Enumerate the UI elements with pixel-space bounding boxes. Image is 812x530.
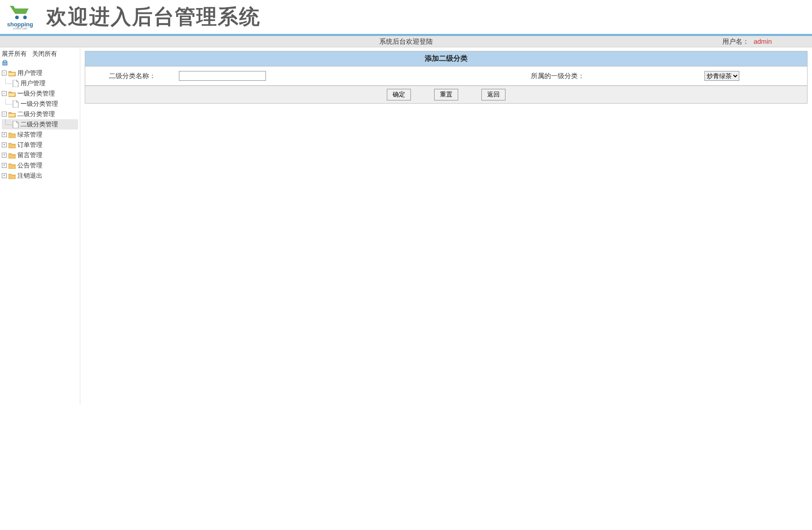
form-row: 二级分类名称： 所属的一级分类： 炒青绿茶 bbox=[85, 71, 807, 81]
expander-minus-icon[interactable]: − bbox=[2, 71, 7, 75]
sidebar-item-notice-mgmt[interactable]: + 公告管理 bbox=[2, 160, 78, 171]
parent-category-select[interactable]: 炒青绿茶 bbox=[704, 71, 739, 81]
sidebar-item-level2-mgmt[interactable]: − 二级分类管理 bbox=[2, 109, 78, 119]
logo: shopping online cart bbox=[3, 1, 37, 33]
expander-plus-icon[interactable]: + bbox=[2, 163, 7, 168]
info-bar: 系统后台欢迎登陆 用户名： admin bbox=[0, 36, 812, 47]
site-title: 欢迎进入后台管理系统 bbox=[46, 3, 261, 31]
expander-minus-icon[interactable]: − bbox=[2, 112, 7, 117]
sidebar-item-label: 订单管理 bbox=[17, 141, 42, 149]
login-info: 用户名： admin bbox=[722, 38, 772, 46]
folder-closed-icon bbox=[8, 132, 16, 138]
collapse-all[interactable]: 关闭所有 bbox=[32, 50, 57, 58]
sidebar-item-label: 公告管理 bbox=[17, 162, 42, 170]
label-category-name: 二级分类名称： bbox=[85, 72, 179, 80]
sidebar-item-label: 注销退出 bbox=[17, 172, 42, 180]
expander-plus-icon[interactable]: + bbox=[2, 153, 7, 158]
sidebar-item-greentea-mgmt[interactable]: + 绿茶管理 bbox=[2, 129, 78, 140]
folder-closed-icon bbox=[8, 152, 16, 159]
welcome-text: 系统后台欢迎登陆 bbox=[379, 38, 433, 46]
sidebar-child-level1-mgmt[interactable]: 一级分类管理 bbox=[2, 99, 78, 109]
tree-root-icon bbox=[2, 60, 8, 66]
sidebar-child-level2-mgmt[interactable]: 二级分类管理 bbox=[2, 119, 78, 129]
svg-rect-3 bbox=[4, 60, 6, 62]
folder-closed-icon bbox=[8, 142, 16, 148]
user-name: admin bbox=[754, 38, 772, 45]
sidebar-child-label: 二级分类管理 bbox=[21, 121, 58, 129]
user-label: 用户名： bbox=[722, 38, 749, 45]
sidebar-child-label: 用户管理 bbox=[21, 79, 46, 88]
sidebar-item-label: 留言管理 bbox=[17, 151, 42, 159]
svg-point-1 bbox=[23, 16, 27, 19]
sidebar-item-label: 绿茶管理 bbox=[17, 131, 42, 139]
folder-open-icon bbox=[8, 111, 16, 117]
page-icon bbox=[12, 121, 19, 128]
sidebar-item-label: 二级分类管理 bbox=[17, 110, 55, 118]
sidebar-item-order-mgmt[interactable]: + 订单管理 bbox=[2, 140, 78, 150]
page-icon bbox=[12, 100, 19, 108]
logo-text-sub: online cart bbox=[13, 27, 27, 30]
panel-footer: 确定 重置 返回 bbox=[85, 86, 807, 103]
category-name-input[interactable] bbox=[179, 71, 266, 81]
sidebar: 展开所有 关闭所有 − 用户管理 用户管理 − 一级分类管理 bbox=[0, 47, 80, 405]
expander-plus-icon[interactable]: + bbox=[2, 132, 7, 137]
reset-button[interactable]: 重置 bbox=[434, 89, 458, 100]
form-panel: 添加二级分类 二级分类名称： 所属的一级分类： 炒青绿茶 确定 bbox=[85, 51, 808, 104]
sidebar-child-label: 一级分类管理 bbox=[21, 100, 58, 108]
sidebar-item-level1-mgmt[interactable]: − 一级分类管理 bbox=[2, 88, 78, 99]
layout: 展开所有 关闭所有 − 用户管理 用户管理 − 一级分类管理 bbox=[0, 47, 812, 405]
folder-open-icon bbox=[8, 70, 16, 76]
main-content: 添加二级分类 二级分类名称： 所属的一级分类： 炒青绿茶 确定 bbox=[80, 47, 812, 405]
sidebar-item-message-mgmt[interactable]: + 留言管理 bbox=[2, 150, 78, 160]
sidebar-item-label: 一级分类管理 bbox=[17, 90, 55, 98]
expand-all[interactable]: 展开所有 bbox=[2, 50, 27, 58]
folder-open-icon bbox=[8, 91, 16, 97]
sidebar-item-user-mgmt[interactable]: − 用户管理 bbox=[2, 68, 78, 78]
page-icon bbox=[12, 80, 19, 87]
tree-controls: 展开所有 关闭所有 bbox=[2, 50, 78, 58]
cart-icon bbox=[8, 4, 32, 20]
label-parent-category: 所属的一级分类： bbox=[411, 72, 704, 80]
svg-point-0 bbox=[15, 16, 19, 19]
sidebar-item-label: 用户管理 bbox=[17, 69, 42, 77]
expander-plus-icon[interactable]: + bbox=[2, 173, 7, 178]
panel-title: 添加二级分类 bbox=[85, 51, 807, 67]
expander-plus-icon[interactable]: + bbox=[2, 142, 7, 147]
cell-input-parent: 炒青绿茶 bbox=[704, 71, 807, 81]
sidebar-item-logout[interactable]: + 注销退出 bbox=[2, 171, 78, 181]
cell-input-name bbox=[179, 71, 411, 81]
folder-closed-icon bbox=[8, 163, 16, 169]
panel-body: 二级分类名称： 所属的一级分类： 炒青绿茶 bbox=[85, 67, 807, 86]
sidebar-child-user-mgmt[interactable]: 用户管理 bbox=[2, 78, 78, 88]
folder-closed-icon bbox=[8, 173, 16, 179]
ok-button[interactable]: 确定 bbox=[387, 89, 411, 100]
header: shopping online cart 欢迎进入后台管理系统 bbox=[0, 0, 812, 36]
back-button[interactable]: 返回 bbox=[481, 89, 505, 100]
expander-minus-icon[interactable]: − bbox=[2, 91, 7, 96]
